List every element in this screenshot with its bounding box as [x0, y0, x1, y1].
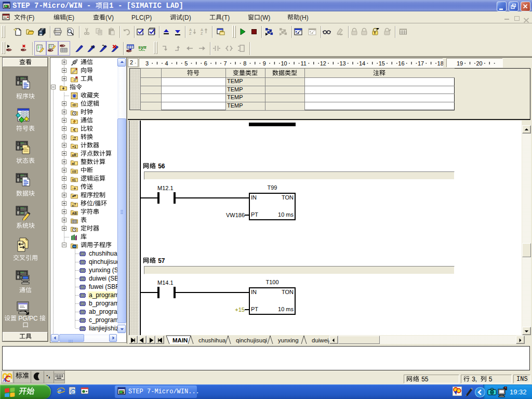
svg-text:±I: ±I [72, 162, 75, 165]
svg-text:15: 15 [379, 60, 385, 66]
svg-text:19: 19 [457, 60, 463, 66]
svg-text:5: 5 [487, 376, 493, 383]
svg-text:b_program: b_program [89, 300, 117, 307]
svg-text:MAIN: MAIN [172, 337, 188, 343]
svg-text:A: A [201, 28, 203, 32]
svg-text:9: 9 [263, 60, 266, 66]
svg-text:4: 4 [165, 60, 168, 66]
svg-text:10: 10 [281, 60, 287, 66]
svg-text:±R: ±R [72, 153, 76, 157]
svg-text:16: 16 [398, 60, 404, 66]
svg-text:(V): (V) [105, 14, 114, 21]
svg-text:PLC(P): PLC(P) [131, 14, 152, 21]
svg-text:+1: +1 [72, 145, 76, 149]
svg-text:12: 12 [320, 60, 326, 66]
svg-text:yunxing: yunxing [278, 337, 299, 343]
svg-text:fuwei (SBR2: fuwei (SBR2 [89, 283, 117, 290]
svg-text:3: 3 [145, 60, 149, 66]
svg-text:(T): (T) [222, 14, 230, 21]
svg-text:(F): (F) [26, 14, 34, 21]
svg-text:01: 01 [72, 178, 76, 182]
svg-text:13: 13 [339, 60, 345, 66]
svg-text:(E): (E) [66, 14, 74, 21]
svg-text:6: 6 [204, 60, 207, 66]
svg-text:1 - [SIMATIC LAD]: 1 - [SIMATIC LAD] [109, 2, 183, 10]
svg-text:14: 14 [359, 60, 365, 66]
svg-text:3,: 3, [470, 376, 479, 383]
svg-text:yunxing (SBR: yunxing (SBR [89, 267, 117, 274]
svg-text:sym: sym [138, 45, 147, 50]
svg-text:qinchujisuqi: qinchujisuqi [89, 258, 117, 265]
svg-text:c_program: c_program [89, 316, 117, 324]
svg-text:chushihua: chushihua [89, 250, 117, 257]
svg-text:AB: AB [72, 211, 77, 215]
svg-text:5: 5 [184, 60, 188, 66]
svg-text:17: 17 [418, 60, 424, 66]
svg-text:qinchujisuqi: qinchujisuqi [236, 337, 267, 343]
svg-text:ab_program: ab_program [89, 308, 117, 315]
svg-text:11: 11 [300, 60, 306, 66]
svg-text:8: 8 [243, 60, 246, 66]
svg-text:(W): (W) [260, 14, 270, 21]
svg-text:T: T [374, 31, 376, 35]
svg-text:18: 18 [437, 60, 443, 66]
svg-text:(D): (D) [182, 14, 191, 21]
svg-text:A: A [189, 28, 192, 32]
svg-text:duiwei (SBR: duiwei (SBR [89, 275, 117, 282]
svg-text:%: % [91, 45, 95, 49]
svg-text:57: 57 [156, 257, 165, 264]
svg-text:chushihua: chushihua [198, 337, 226, 343]
svg-text:duiwei: duiwei [312, 337, 329, 343]
svg-text:STEP 7-Micro/WIN -: STEP 7-Micro/WIN - [12, 2, 96, 10]
svg-text:lianjiejishizha: lianjiejishizha [89, 325, 117, 332]
svg-text:e: e [72, 389, 74, 394]
svg-text:7: 7 [224, 60, 227, 66]
svg-text:56: 56 [156, 163, 165, 170]
svg-text:PG/PC: PG/PC [17, 315, 39, 322]
svg-text:(H): (H) [300, 14, 309, 21]
svg-text:55: 55 [420, 376, 429, 383]
svg-text:Z: Z [201, 32, 203, 35]
svg-text:/: / [93, 200, 95, 207]
svg-text:20: 20 [476, 60, 482, 66]
svg-text:a_program: a_program [89, 291, 117, 299]
svg-text:Z: Z [189, 32, 192, 35]
